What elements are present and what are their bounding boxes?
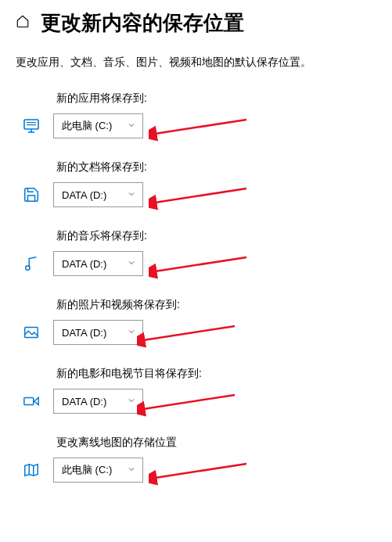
page-title: 更改新内容的保存位置 (41, 9, 244, 37)
home-icon[interactable] (16, 14, 30, 32)
save-icon (22, 185, 41, 204)
setting-row: DATA (D:) (16, 389, 376, 414)
video-icon (22, 392, 41, 411)
dropdown-value: DATA (D:) (62, 189, 106, 201)
page-description: 更改应用、文档、音乐、图片、视频和地图的默认保存位置。 (16, 56, 376, 70)
svg-marker-11 (34, 397, 38, 404)
chevron-down-icon (127, 258, 136, 270)
annotation-arrow (137, 393, 239, 417)
setting-maps: 更改离线地图的存储位置 此电脑 (C:) (16, 436, 376, 483)
setting-label: 新的电影和电视节目将保存到: (16, 367, 376, 381)
setting-photos: 新的照片和视频将保存到: DATA (D:) (16, 298, 376, 345)
setting-row: DATA (D:) (16, 182, 376, 207)
annotation-arrow (149, 256, 250, 279)
svg-rect-10 (24, 397, 34, 404)
chevron-down-icon (127, 327, 136, 339)
music-icon (22, 254, 41, 273)
setting-documents: 新的文档将保存到: DATA (D:) (16, 160, 376, 207)
svg-rect-2 (27, 124, 36, 125)
setting-movies: 新的电影和电视节目将保存到: DATA (D:) (16, 367, 376, 414)
page-header: 更改新内容的保存位置 (16, 9, 376, 37)
setting-row: DATA (D:) (16, 320, 376, 345)
setting-label: 新的应用将保存到: (16, 92, 376, 106)
svg-line-4 (155, 120, 246, 134)
photos-location-dropdown[interactable]: DATA (D:) (53, 320, 143, 345)
dropdown-value: DATA (D:) (62, 327, 106, 339)
setting-apps: 新的应用将保存到: 此电脑 (C:) (16, 92, 376, 138)
chevron-down-icon (127, 465, 136, 476)
svg-line-5 (155, 188, 246, 203)
chevron-down-icon (127, 120, 136, 132)
annotation-arrow (137, 325, 239, 348)
map-icon (22, 461, 41, 479)
svg-marker-13 (25, 465, 38, 476)
setting-row: 此电脑 (C:) (16, 113, 376, 138)
monitor-icon (22, 117, 41, 135)
dropdown-value: 此电脑 (C:) (62, 119, 112, 133)
setting-music: 新的音乐将保存到: DATA (D:) (16, 229, 376, 276)
annotation-arrow (149, 187, 250, 210)
chevron-down-icon (127, 189, 136, 201)
setting-label: 新的照片和视频将保存到: (16, 298, 376, 312)
documents-location-dropdown[interactable]: DATA (D:) (53, 182, 143, 207)
setting-row: DATA (D:) (16, 251, 376, 276)
image-icon (22, 323, 41, 342)
svg-line-9 (143, 326, 235, 340)
chevron-down-icon (127, 396, 136, 407)
annotation-arrow (149, 462, 250, 486)
svg-line-7 (155, 257, 246, 271)
movies-location-dropdown[interactable]: DATA (D:) (53, 389, 143, 414)
svg-line-12 (143, 395, 235, 409)
svg-rect-1 (27, 122, 36, 123)
setting-label: 新的文档将保存到: (16, 160, 376, 174)
dropdown-value: DATA (D:) (62, 396, 106, 407)
apps-location-dropdown[interactable]: 此电脑 (C:) (53, 113, 143, 138)
music-location-dropdown[interactable]: DATA (D:) (53, 251, 143, 276)
maps-location-dropdown[interactable]: 此电脑 (C:) (53, 458, 143, 483)
setting-label: 新的音乐将保存到: (16, 229, 376, 243)
annotation-arrow (149, 118, 250, 142)
setting-label: 更改离线地图的存储位置 (16, 436, 376, 450)
dropdown-value: 此电脑 (C:) (62, 463, 112, 477)
dropdown-value: DATA (D:) (62, 258, 106, 270)
svg-line-16 (155, 464, 246, 478)
setting-row: 此电脑 (C:) (16, 458, 376, 483)
